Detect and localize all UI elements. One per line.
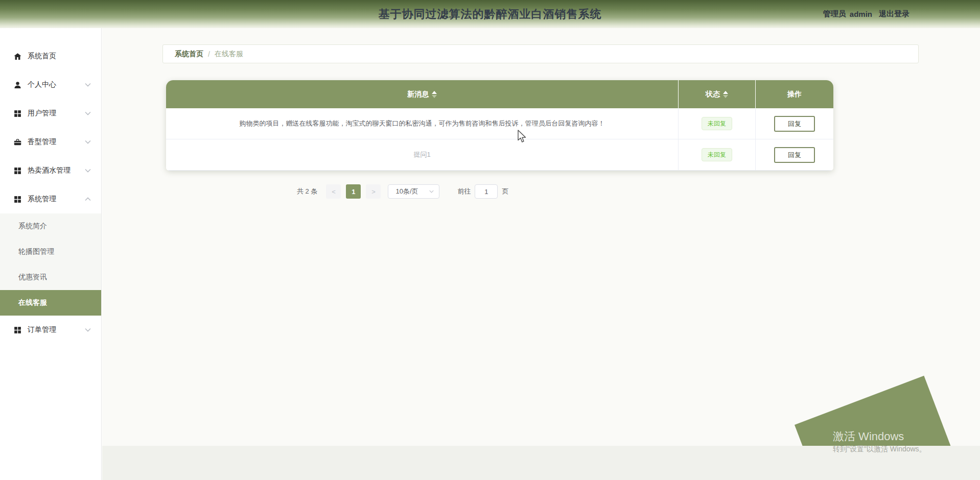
sidebar: 系统首页 个人中心 用户管理 香型管理 热卖酒水管理	[0, 28, 102, 480]
sidebar-subitem-carousel[interactable]: 轮播图管理	[0, 239, 101, 265]
next-arrow-icon: >	[371, 188, 376, 196]
submenu-item-label: 轮播图管理	[18, 247, 54, 256]
sidebar-subitem-promo-news[interactable]: 优惠资讯	[0, 265, 101, 290]
sidebar-item-profile[interactable]: 个人中心	[0, 70, 101, 99]
chevron-down-icon	[429, 189, 434, 194]
sidebar-item-label: 用户管理	[28, 109, 83, 118]
grid-icon	[13, 109, 22, 118]
mouse-cursor	[517, 130, 527, 145]
page-unit-label: 页	[502, 187, 508, 196]
submenu-item-label: 系统简介	[18, 222, 47, 231]
pagination-total: 共 2 条	[297, 187, 317, 196]
column-header-label: 状态	[706, 90, 720, 99]
column-header-label: 操作	[787, 90, 802, 99]
user-role-label: 管理员	[823, 9, 846, 19]
chevron-down-icon	[85, 169, 91, 173]
watermark-line1: 激活 Windows	[833, 430, 926, 443]
goto-page-input[interactable]	[475, 184, 498, 199]
goto-page-group: 前往 页	[457, 184, 508, 199]
watermark-line2: 转到"设置"以激活 Windows。	[833, 445, 926, 453]
table-header-row: 新消息 状态 操作	[166, 80, 833, 108]
status-cell: 未回复	[679, 139, 756, 170]
system-submenu: 系统简介 轮播图管理 优惠资讯 在线客服	[0, 213, 101, 316]
username-label: admin	[850, 10, 872, 18]
table-row: 购物类的项目，赠送在线客服功能，淘宝式的聊天窗口的私密沟通，可作为售前咨询和售后…	[166, 108, 833, 139]
prev-page-button[interactable]: <	[326, 184, 341, 199]
grid-icon	[13, 195, 22, 204]
sidebar-item-aroma[interactable]: 香型管理	[0, 128, 101, 156]
chevron-down-icon	[85, 328, 91, 332]
prev-arrow-icon: <	[332, 188, 336, 196]
message-cell: 提问1	[166, 139, 679, 170]
breadcrumb-separator: /	[208, 50, 210, 58]
pagination: 共 2 条 < 1 > 10条/页 前往 页	[297, 184, 508, 199]
sidebar-subitem-system-intro[interactable]: 系统简介	[0, 213, 101, 239]
page-size-select[interactable]: 10条/页	[388, 184, 439, 199]
logout-link[interactable]: 退出登录	[879, 9, 909, 19]
message-cell: 购物类的项目，赠送在线客服功能，淘宝式的聊天窗口的私密沟通，可作为售前咨询和售后…	[166, 108, 679, 139]
sidebar-item-label: 系统管理	[28, 195, 83, 204]
briefcase-icon	[13, 138, 22, 147]
sidebar-item-label: 订单管理	[28, 325, 83, 334]
reply-button[interactable]: 回复	[774, 147, 815, 163]
reply-button[interactable]: 回复	[774, 116, 815, 132]
sidebar-item-users[interactable]: 用户管理	[0, 99, 101, 128]
column-header-message[interactable]: 新消息	[166, 80, 679, 108]
submenu-item-label: 在线客服	[18, 298, 47, 307]
home-icon	[13, 52, 22, 61]
sidebar-item-label: 热卖酒水管理	[28, 166, 83, 175]
messages-table: 新消息 状态 操作 购物类的项目，赠送在线客服功能，淘宝式的聊天窗口的私密沟通，…	[166, 80, 833, 171]
goto-label: 前往	[457, 187, 471, 196]
chevron-down-icon	[85, 140, 91, 144]
chevron-down-icon	[85, 111, 91, 115]
sidebar-item-label: 个人中心	[28, 80, 83, 89]
sidebar-item-label: 香型管理	[28, 137, 83, 147]
breadcrumb: 系统首页 / 在线客服	[162, 44, 919, 63]
column-header-label: 新消息	[407, 90, 429, 99]
chevron-up-icon	[85, 197, 91, 201]
sort-icon[interactable]	[432, 91, 437, 98]
column-header-status[interactable]: 状态	[679, 80, 756, 108]
user-icon	[13, 81, 22, 89]
sidebar-item-hot-drinks[interactable]: 热卖酒水管理	[0, 156, 101, 185]
grid-icon	[13, 326, 22, 334]
breadcrumb-current: 在线客服	[215, 50, 243, 59]
status-cell: 未回复	[679, 108, 756, 139]
next-page-button[interactable]: >	[366, 184, 381, 199]
column-header-action: 操作	[756, 80, 833, 108]
action-cell: 回复	[756, 108, 833, 139]
page-size-value: 10条/页	[395, 187, 418, 196]
sidebar-item-system[interactable]: 系统管理	[0, 185, 101, 213]
sidebar-subitem-online-service[interactable]: 在线客服	[0, 290, 101, 316]
windows-activation-watermark: 激活 Windows 转到"设置"以激活 Windows。	[833, 430, 926, 453]
app-header: 基于协同过滤算法的黔醉酒业白酒销售系统 管理员 admin 退出登录	[0, 0, 980, 28]
table-row: 提问1 未回复 回复	[166, 139, 833, 171]
sidebar-item-home[interactable]: 系统首页	[0, 42, 101, 70]
breadcrumb-home[interactable]: 系统首页	[175, 50, 203, 59]
header-user-area: 管理员 admin 退出登录	[823, 0, 909, 28]
sidebar-item-label: 系统首页	[28, 52, 91, 61]
grid-icon	[13, 166, 22, 175]
sort-icon[interactable]	[723, 91, 728, 98]
action-cell: 回复	[756, 139, 833, 170]
status-badge: 未回复	[702, 117, 732, 130]
page-number-button[interactable]: 1	[346, 184, 361, 199]
sidebar-item-orders[interactable]: 订单管理	[0, 316, 101, 344]
submenu-item-label: 优惠资讯	[18, 273, 47, 282]
chevron-down-icon	[85, 83, 91, 87]
status-badge: 未回复	[702, 148, 732, 161]
